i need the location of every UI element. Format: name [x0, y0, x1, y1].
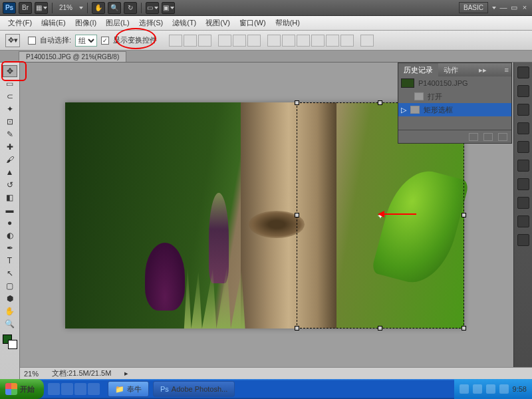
document-tab[interactable]: P1400150.JPG @ 21%(RGB/8) — [19, 51, 126, 62]
lasso-tool-icon[interactable]: ⊂ — [3, 90, 17, 102]
marquee-tool-icon[interactable]: ▭ — [3, 78, 17, 90]
tab-history[interactable]: 历史记录 — [398, 63, 438, 77]
gradient-tool-icon[interactable]: ▬ — [3, 204, 17, 216]
history-item-row[interactable]: ▷ 矩形选框 — [398, 103, 511, 116]
tray-icon[interactable] — [473, 384, 482, 394]
distribute-right-icon[interactable] — [340, 35, 354, 47]
dock-icon[interactable] — [517, 234, 529, 246]
distribute-left-icon[interactable] — [311, 35, 325, 47]
canvas-area[interactable]: ✦ 历史记录 动作 ▸▸ ≡ P1400150.JPG 打开 ▷ 矩形选框 — [20, 63, 532, 379]
align-top-icon[interactable] — [169, 35, 182, 47]
menu-file[interactable]: 文件(F) — [4, 17, 36, 29]
transform-handle[interactable] — [295, 100, 299, 105]
zoom-level[interactable]: 21% — [57, 4, 75, 11]
tray-icon[interactable] — [499, 384, 509, 394]
distribute-vcenter-icon[interactable] — [282, 35, 295, 47]
hand-tool-icon[interactable]: ✋ — [92, 2, 105, 14]
panel-menu-icon[interactable]: ≡ — [502, 66, 511, 74]
history-item-row[interactable]: 打开 — [398, 90, 511, 103]
arrange-icon[interactable]: ▭ — [146, 2, 159, 14]
move-tool-icon[interactable]: ✥ — [3, 65, 17, 77]
menu-window[interactable]: 窗口(W) — [235, 17, 270, 29]
dock-icon[interactable] — [517, 141, 529, 153]
delete-icon[interactable] — [498, 133, 507, 141]
dock-icon[interactable] — [517, 104, 529, 116]
auto-select-dropdown[interactable]: 组 — [75, 35, 97, 47]
dock-icon[interactable] — [517, 66, 529, 78]
pen-tool-icon[interactable]: ✒ — [3, 242, 17, 254]
dock-icon[interactable] — [517, 85, 529, 97]
menu-layer[interactable]: 图层(L) — [102, 17, 133, 29]
ql-icon[interactable] — [61, 383, 73, 395]
new-snapshot-icon[interactable] — [483, 133, 493, 141]
align-left-icon[interactable] — [218, 35, 231, 47]
menu-view[interactable]: 视图(V) — [201, 17, 234, 29]
bridge-icon[interactable]: Br — [19, 2, 32, 14]
history-brush-tool-icon[interactable]: ↺ — [3, 179, 17, 191]
eyedropper-tool-icon[interactable]: ✎ — [3, 128, 17, 140]
minimize-icon[interactable]: — — [499, 3, 508, 13]
workspace-switcher[interactable]: BASIC — [459, 2, 488, 13]
menu-select[interactable]: 选择(S) — [135, 17, 168, 29]
dock-icon[interactable] — [517, 178, 529, 190]
status-doc-size[interactable]: 文档:21.5M/21.5M — [52, 368, 111, 378]
align-right-icon[interactable] — [247, 35, 261, 47]
dock-icon[interactable] — [517, 215, 529, 227]
3d-tool-icon[interactable]: ⬢ — [3, 293, 17, 305]
crop-tool-icon[interactable]: ⊡ — [3, 116, 17, 128]
dock-icon[interactable] — [517, 160, 529, 172]
zoom-tool-icon[interactable]: 🔍 — [3, 318, 17, 330]
tab-actions[interactable]: 动作 — [438, 63, 464, 77]
new-document-icon[interactable] — [469, 133, 478, 141]
taskbar-task[interactable]: PsAdobe Photosh... — [153, 381, 235, 397]
move-tool-indicator-icon[interactable]: ✥▾ — [5, 34, 20, 47]
history-snapshot-row[interactable]: P1400150.JPG — [398, 76, 511, 90]
distribute-hcenter-icon[interactable] — [326, 35, 339, 47]
ql-icon[interactable] — [48, 383, 60, 395]
text-tool-icon[interactable]: T — [3, 255, 17, 267]
menu-help[interactable]: 帮助(H) — [271, 17, 304, 29]
transform-handle[interactable] — [295, 326, 299, 331]
dock-icon[interactable] — [517, 197, 529, 209]
status-zoom[interactable]: 21% — [24, 370, 39, 378]
wand-tool-icon[interactable]: ✦ — [3, 103, 17, 115]
start-button[interactable]: 开始 — [0, 379, 44, 399]
taskbar-task[interactable]: 📁奉牛 — [108, 381, 149, 397]
menu-edit[interactable]: 编辑(E) — [37, 17, 70, 29]
brush-tool-icon[interactable]: 🖌 — [3, 154, 17, 166]
stamp-tool-icon[interactable]: ▲ — [3, 166, 17, 178]
heal-tool-icon[interactable]: ✚ — [3, 141, 17, 153]
transform-handle[interactable] — [462, 213, 466, 217]
blur-tool-icon[interactable]: ● — [3, 217, 17, 229]
menu-filter[interactable]: 滤镜(T) — [168, 17, 200, 29]
transform-handle[interactable] — [462, 326, 466, 331]
auto-align-icon[interactable] — [360, 35, 374, 47]
path-tool-icon[interactable]: ↖ — [3, 267, 17, 279]
zoom-tool-icon[interactable]: 🔍 — [108, 2, 121, 14]
auto-select-checkbox[interactable] — [28, 37, 36, 45]
distribute-bottom-icon[interactable] — [297, 35, 310, 47]
menu-image[interactable]: 图像(I) — [71, 17, 100, 29]
align-hcenter-icon[interactable] — [233, 35, 246, 47]
align-bottom-icon[interactable] — [198, 35, 211, 47]
transform-handle[interactable] — [378, 100, 382, 105]
transform-handle[interactable] — [378, 326, 382, 331]
show-transform-checkbox[interactable] — [101, 37, 109, 45]
panel-collapse-icon[interactable]: ▸▸ — [476, 66, 489, 74]
restore-icon[interactable]: ▭ — [509, 3, 519, 13]
distribute-top-icon[interactable] — [267, 35, 281, 47]
dock-icon[interactable] — [517, 122, 529, 134]
shape-tool-icon[interactable]: ▢ — [3, 280, 17, 292]
clock[interactable]: 9:58 — [513, 385, 527, 393]
ql-icon[interactable] — [74, 383, 86, 395]
eraser-tool-icon[interactable]: ◧ — [3, 192, 17, 203]
close-icon[interactable]: × — [520, 3, 529, 13]
tray-icon[interactable] — [486, 384, 495, 394]
layout-icon[interactable]: ▦ — [35, 2, 48, 14]
align-vcenter-icon[interactable] — [184, 35, 197, 47]
screen-mode-icon[interactable]: ▣ — [162, 2, 175, 14]
tray-icon[interactable] — [460, 384, 469, 394]
rotate-view-icon[interactable]: ↻ — [124, 2, 137, 14]
dodge-tool-icon[interactable]: ◐ — [3, 229, 17, 241]
color-swatch[interactable] — [3, 334, 17, 349]
